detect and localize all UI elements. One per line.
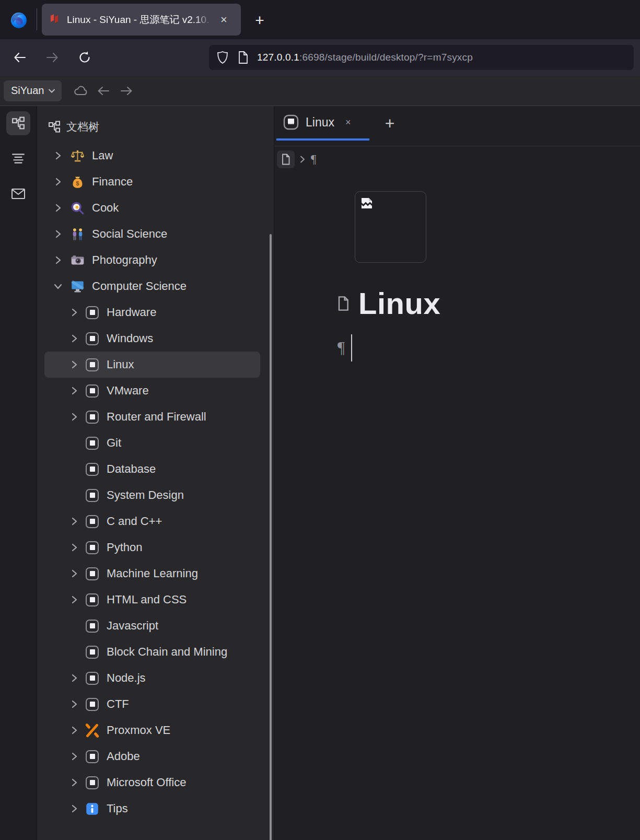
chevron-right-icon[interactable] [68, 802, 80, 815]
editor-new-tab-button[interactable]: + [379, 112, 401, 134]
breadcrumb-paragraph-mark[interactable]: ¶ [311, 153, 316, 166]
tree-item-photography[interactable]: Photography [44, 247, 260, 273]
cook-icon[interactable] [71, 201, 85, 215]
tree-item-node-js[interactable]: Node.js [44, 665, 260, 691]
tree-item-cook[interactable]: Cook [44, 195, 260, 221]
firefox-view-button[interactable] [6, 7, 31, 32]
tree-item-tips[interactable]: Tips [44, 796, 260, 822]
dock-inbox-button[interactable] [6, 182, 30, 206]
doc-icon[interactable] [85, 410, 99, 424]
doc-icon[interactable] [85, 488, 99, 503]
tree-item-finance[interactable]: $Finance [44, 169, 260, 195]
chevron-right-icon[interactable] [68, 724, 80, 737]
law-icon[interactable] [71, 149, 85, 163]
doc-icon[interactable] [85, 619, 99, 633]
chevron-right-icon[interactable] [68, 384, 80, 397]
tab-close-icon[interactable]: × [220, 14, 227, 26]
document-title[interactable]: Linux [358, 286, 440, 321]
tree-item-microsoft-office[interactable]: Microsoft Office [44, 769, 260, 796]
tree-item-database[interactable]: Database [44, 456, 260, 482]
tree-item-javascript[interactable]: Javascript [44, 613, 260, 639]
doc-icon[interactable] [85, 436, 99, 450]
tree-item-windows[interactable]: Windows [44, 325, 260, 352]
chevron-right-icon[interactable] [68, 776, 80, 789]
chevron-right-icon[interactable] [52, 149, 64, 162]
info-icon[interactable] [85, 802, 99, 816]
document-title-row: Linux [337, 286, 640, 321]
chevron-right-icon[interactable] [68, 332, 80, 345]
app-back-button[interactable] [92, 79, 115, 102]
chevron-right-icon[interactable] [52, 202, 64, 214]
tree-item-vmware[interactable]: VMware [44, 378, 260, 404]
doc-icon[interactable] [85, 697, 99, 711]
doc-icon[interactable] [85, 776, 99, 790]
browser-reload-button[interactable] [74, 47, 95, 68]
browser-tab-linux[interactable]: Linux - SiYuan - 思源笔记 v2.10. × [42, 4, 241, 36]
doc-icon[interactable] [85, 332, 99, 346]
computer-icon[interactable] [71, 279, 85, 294]
finance-icon[interactable]: $ [71, 175, 85, 189]
tree-item-git[interactable]: Git [44, 430, 260, 456]
tree-item-adobe[interactable]: Adobe [44, 743, 260, 769]
people-icon[interactable] [71, 227, 85, 241]
tree-item-social-science[interactable]: Social Science [44, 221, 260, 247]
doc-icon[interactable] [85, 671, 99, 685]
chevron-right-icon[interactable] [52, 254, 64, 266]
workspace-switcher-button[interactable]: SiYuan [4, 80, 62, 101]
editor-tab-close-icon[interactable]: × [345, 117, 351, 128]
tree-item-machine-learning[interactable]: Machine Learning [44, 561, 260, 587]
url-bar[interactable]: 127.0.0.1:6698/stage/build/desktop/?r=m7… [209, 45, 634, 70]
doc-icon[interactable] [85, 750, 99, 764]
tree-scrollbar[interactable] [270, 234, 272, 840]
doc-icon[interactable] [85, 645, 99, 659]
page-icon[interactable] [237, 51, 249, 64]
tree-item-hardware[interactable]: Hardware [44, 299, 260, 325]
chevron-right-icon[interactable] [52, 228, 64, 240]
tree-item-computer-science[interactable]: Computer Science [44, 273, 260, 299]
sync-button[interactable] [69, 79, 92, 102]
chevron-right-icon[interactable] [68, 567, 80, 580]
chevron-right-icon[interactable] [68, 698, 80, 710]
tree-item-html-and-css[interactable]: HTML and CSS [44, 587, 260, 613]
doc-icon[interactable] [85, 593, 99, 607]
tree-item-block-chain-and-mining[interactable]: Block Chain and Mining [44, 639, 260, 665]
doc-icon[interactable] [85, 358, 99, 372]
chevron-right-icon[interactable] [68, 306, 80, 319]
paragraph-block[interactable]: ¶ [338, 334, 640, 361]
shield-icon[interactable] [216, 51, 229, 64]
breadcrumb-doc-button[interactable] [277, 150, 295, 168]
chevron-right-icon[interactable] [68, 750, 80, 763]
app-forward-button[interactable] [115, 79, 138, 102]
tree-item-law[interactable]: Law [44, 143, 260, 169]
camera-icon[interactable] [71, 253, 85, 267]
doc-icon[interactable] [85, 384, 99, 398]
browser-forward-button[interactable] [42, 47, 63, 68]
tree-item-proxmox-ve[interactable]: Proxmox VE [44, 717, 260, 743]
doc-icon[interactable] [85, 515, 99, 529]
chevron-right-icon[interactable] [68, 411, 80, 423]
tree-item-system-design[interactable]: System Design [44, 482, 260, 508]
chevron-down-icon[interactable] [52, 280, 64, 293]
tree-item-linux[interactable]: Linux [44, 352, 260, 378]
tree-item-ctf[interactable]: CTF [44, 691, 260, 717]
doc-icon[interactable] [85, 541, 99, 555]
chevron-right-icon[interactable] [52, 176, 64, 188]
dock-file-tree-button[interactable] [6, 111, 30, 135]
proxmox-icon[interactable] [85, 724, 99, 738]
chevron-right-icon[interactable] [68, 358, 80, 371]
chevron-right-icon[interactable] [68, 541, 80, 554]
doc-icon[interactable] [85, 462, 99, 476]
tree-item-c-and-c[interactable]: C and C++ [44, 508, 260, 534]
tree-item-router-and-firewall[interactable]: Router and Firewall [44, 404, 260, 430]
document-icon-image-placeholder[interactable] [355, 191, 426, 263]
doc-icon[interactable] [85, 567, 99, 581]
chevron-right-icon[interactable] [68, 515, 80, 528]
browser-new-tab-button[interactable]: + [250, 10, 270, 30]
chevron-right-icon[interactable] [68, 672, 80, 684]
browser-back-button[interactable] [9, 47, 30, 68]
chevron-right-icon[interactable] [68, 593, 80, 606]
editor-tab-linux[interactable]: Linux × [276, 106, 369, 141]
tree-item-python[interactable]: Python [44, 534, 260, 561]
dock-outline-button[interactable] [6, 146, 30, 170]
doc-icon[interactable] [85, 306, 99, 320]
